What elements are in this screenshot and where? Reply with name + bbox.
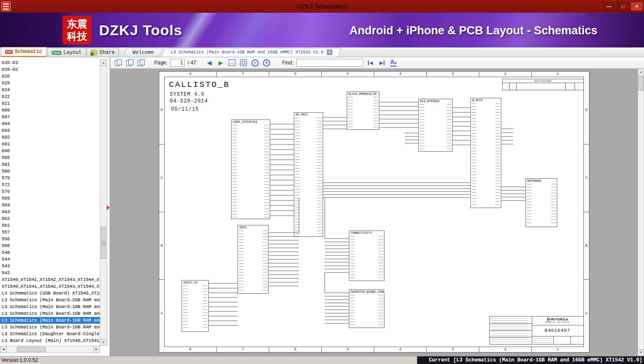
match-case-button[interactable]: Aa [389,58,398,67]
main-vertical-scroll-thumb[interactable] [638,76,644,91]
list-item[interactable]: XT1540_XT1541_XT1542_XT1543_XT1544_XT1 [0,283,100,290]
list-item[interactable]: 564 [0,202,100,208]
sidebar-horizontal-scrollbar[interactable] [0,346,100,353]
list-item[interactable]: 609 [0,107,100,114]
list-item[interactable]: 635-02 [0,66,100,73]
close-button[interactable]: × [630,2,643,11]
list-item[interactable]: 607 [0,114,100,120]
list-item[interactable]: 635-03 [0,59,100,66]
list-item[interactable]: L3 Schematics (Daughter Board-Single S [0,331,100,337]
list-item[interactable]: 626 [0,73,100,80]
doc-tab-schematic-file[interactable]: L3 Schematics (Main Board-1GB RAM and 16… [163,48,340,57]
zoom-in-button[interactable]: + [262,58,271,67]
list-item[interactable]: XT1540_XT1541_XT1542_XT1543_XT1544_XT1 [0,276,100,283]
list-item[interactable]: 624 [0,86,100,93]
list-item[interactable]: 625 [0,80,100,86]
sidebar-scroll-down-icon[interactable]: ▼ [100,339,107,346]
revisions-title: REVISIONS [503,79,583,83]
main-vertical-scrollbar[interactable] [638,69,644,356]
sidebar-scroll-up-icon[interactable]: ▲ [100,59,107,66]
list-item[interactable]: 600 [0,147,100,154]
logo-line1: 东震 [67,18,87,30]
pin-column [373,97,378,128]
schematic-block-label: XMCS [239,226,247,229]
list-item[interactable]: 548 [0,249,100,256]
export-page-button[interactable] [137,58,145,67]
list-item[interactable]: 580 [0,168,100,175]
doc-tab-welcome[interactable]: Welcome [125,48,161,57]
list-item[interactable]: L3 Schematics (Main Board-1GB RAM and [0,303,100,310]
sidebar-scroll-left-icon[interactable]: ◀ [0,346,7,353]
main-scroll-up-icon[interactable]: ▲ [638,69,644,75]
list-item[interactable]: 604 [0,120,100,127]
list-item[interactable]: 542 [0,270,100,276]
share-folder-icon [91,50,97,55]
list-item[interactable]: 603 [0,127,100,134]
title-block-line [553,336,554,344]
title-block-small-text [533,338,552,343]
list-item[interactable]: 572 [0,181,100,188]
sidebar-horizontal-scroll-thumb[interactable] [17,347,46,352]
list-item[interactable]: 561 [0,222,100,229]
minimize-button[interactable]: — [603,2,615,11]
list-item[interactable]: 556 [0,236,100,242]
list-item[interactable]: 550 [0,242,100,249]
list-item[interactable]: 585 [0,154,100,161]
list-item[interactable]: 622 [0,93,100,100]
schematic-block: USER_INTERFACE [231,119,270,219]
title-block-line [532,336,583,336]
list-item[interactable]: 563 [0,208,100,215]
list-item[interactable]: 543 [0,263,100,270]
list-item[interactable]: 602 [0,134,100,141]
find-input[interactable] [296,59,363,67]
fit-width-button[interactable]: ↔ [228,58,236,67]
list-item[interactable]: L3 Schematics (Main Board-1GB RAM and [0,317,100,324]
sidebar-vertical-scrollbar[interactable] [100,59,107,346]
tab-layout[interactable]: PADS Layout [47,48,86,57]
schematic-block: AUDIO_FE [182,280,209,332]
pages-icon [126,59,133,66]
page-total: / 47 [188,60,196,66]
pin-column [239,231,243,292]
revisions-grid [503,83,583,90]
list-item[interactable]: 565 [0,195,100,202]
fit-page-button[interactable] [239,58,248,67]
splitter-arrow-icon[interactable] [107,205,110,210]
list-item[interactable]: L3 Schematics (Main Board-1GB RAM and [0,310,100,317]
list-item[interactable]: 601 [0,141,100,147]
snapshot-button[interactable] [125,58,134,67]
schematic-block-label: ANTENNAS [527,179,542,183]
list-item[interactable]: 581 [0,161,100,168]
next-page-button[interactable]: ▶ [216,58,225,67]
tab-schematic-label: Schematic [15,49,42,55]
tab-schematic[interactable]: PDF Schematic [1,47,47,57]
header-tagline: Android + iPhone & PCB Layout - Schemati… [349,24,597,37]
list-item[interactable]: 544 [0,256,100,263]
list-item[interactable]: 557 [0,229,100,236]
version-label: Version:1.0.0.52 [1,357,38,363]
sidebar-vertical-scroll-thumb[interactable] [101,227,106,259]
list-item[interactable]: 562 [0,215,100,222]
tab-share[interactable]: Share [87,48,119,57]
doc-tab-close-icon[interactable]: x [327,50,332,55]
list-item[interactable]: 570 [0,188,100,195]
list-item[interactable]: L3 Schematics (Main Board-1GB RAM and [0,324,100,331]
list-item[interactable]: L3 Board Layout (Main) XT1540_XT1541_X [0,337,100,344]
pin-column [264,125,269,217]
maximize-button[interactable]: □ [616,2,629,11]
zoom-out-button[interactable]: − [251,58,259,67]
find-previous-button[interactable]: ◀ [366,58,375,67]
page-label: Page: [154,60,167,66]
sidebar-scroll-right-icon[interactable]: ▶ [93,346,100,353]
list-item[interactable]: L3 Schematics (USB Board) XT1540_XT154 [0,290,100,297]
previous-page-button[interactable]: ◀ [205,58,213,67]
copy-page-button[interactable] [114,58,122,67]
find-next-button[interactable]: ▶ [378,58,386,67]
list-item[interactable]: 575 [0,175,100,181]
page-number-input[interactable] [170,59,185,67]
sidebar-list: 635-03635-026266256246226216096076046036… [0,59,100,346]
list-item[interactable]: L3 Schematics (Main Board-2GB RAM and [0,297,100,303]
motorola-sub-label: MOBILE DEVICES [532,321,583,324]
main-scroll-down-icon[interactable]: ▼ [638,349,644,356]
list-item[interactable]: 621 [0,100,100,107]
